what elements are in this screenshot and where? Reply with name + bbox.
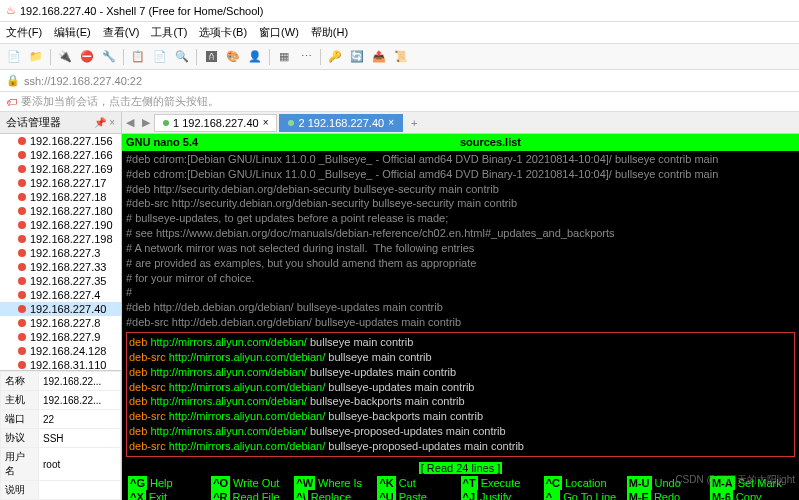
nano-version: GNU nano 5.4	[126, 135, 198, 150]
host-item[interactable]: 192.168.227.33	[0, 260, 121, 274]
host-status-icon	[18, 193, 26, 201]
layout-icon[interactable]: ▦	[276, 49, 292, 65]
host-status-icon	[18, 277, 26, 285]
terminal[interactable]: GNU nano 5.4 sources.list #deb cdrom:[De…	[122, 134, 799, 500]
paste-icon[interactable]: 📄	[152, 49, 168, 65]
close-icon[interactable]: ×	[263, 117, 269, 128]
tab-prev-icon[interactable]: ◀	[122, 116, 138, 129]
new-session-icon[interactable]: 📄	[6, 49, 22, 65]
shortcut-desc: Paste	[399, 490, 427, 500]
shortcut-desc: Redo	[654, 490, 680, 500]
more-icon[interactable]: ⋯	[298, 49, 314, 65]
script-icon[interactable]: 📜	[393, 49, 409, 65]
shortcut-key: ^G	[128, 476, 147, 491]
file-line: # are provided as examples, but you shou…	[126, 256, 795, 271]
status-dot-icon	[163, 120, 169, 126]
file-line: deb http://mirrors.aliyun.com/debian/ bu…	[129, 424, 792, 439]
host-label: 192.168.227.18	[30, 191, 106, 203]
search-icon[interactable]: 🔍	[174, 49, 190, 65]
shortcut-key: ^R	[211, 490, 229, 500]
shortcut-desc: Location	[565, 476, 607, 491]
shortcut-desc: Copy	[736, 490, 762, 500]
host-item[interactable]: 192.168.227.190	[0, 218, 121, 232]
host-status-icon	[18, 319, 26, 327]
key-icon[interactable]: 🔑	[327, 49, 343, 65]
menu-help[interactable]: 帮助(H)	[311, 25, 348, 40]
tab-session-2[interactable]: 2 192.168.227.40×	[279, 114, 402, 132]
menu-file[interactable]: 文件(F)	[6, 25, 42, 40]
properties-icon[interactable]: 🔧	[101, 49, 117, 65]
nano-spacer	[783, 135, 795, 150]
reconnect-icon[interactable]: 🔌	[57, 49, 73, 65]
watermark: CSDN @下雨天的太阳light	[675, 473, 795, 487]
toolbar-separator	[320, 49, 321, 65]
shortcut-item: ^\Replace	[294, 490, 377, 500]
host-item[interactable]: 192.168.227.198	[0, 232, 121, 246]
host-label: 192.168.227.17	[30, 177, 106, 189]
color-icon[interactable]: 🎨	[225, 49, 241, 65]
shortcut-desc: Help	[150, 476, 173, 491]
toolbar-separator	[123, 49, 124, 65]
prop-desc-val	[39, 481, 121, 500]
shortcut-key: ^J	[461, 490, 478, 500]
host-item[interactable]: 192.168.227.166	[0, 148, 121, 162]
host-label: 192.168.227.33	[30, 261, 106, 273]
menu-tools[interactable]: 工具(T)	[151, 25, 187, 40]
host-label: 192.168.227.35	[30, 275, 106, 287]
content-area: ◀ ▶ 1 192.168.227.40× 2 192.168.227.40× …	[122, 112, 799, 500]
menu-view[interactable]: 查看(V)	[103, 25, 140, 40]
menu-window[interactable]: 窗口(W)	[259, 25, 299, 40]
file-line: #deb cdrom:[Debian GNU/Linux 11.0.0 _Bul…	[126, 167, 795, 182]
host-item[interactable]: 192.168.227.169	[0, 162, 121, 176]
toolbar-separator	[50, 49, 51, 65]
tab-next-icon[interactable]: ▶	[138, 116, 154, 129]
host-item[interactable]: 192.168.227.18	[0, 190, 121, 204]
toolbar-separator	[269, 49, 270, 65]
menu-tab[interactable]: 选项卡(B)	[199, 25, 247, 40]
user-icon[interactable]: 👤	[247, 49, 263, 65]
file-line: # see https://www.debian.org/doc/manuals…	[126, 226, 795, 241]
shortcut-item: ^_Go To Line	[544, 490, 627, 500]
transfer-icon[interactable]: 📤	[371, 49, 387, 65]
host-item[interactable]: 192.168.227.180	[0, 204, 121, 218]
host-item[interactable]: 192.168.227.8	[0, 316, 121, 330]
tab-label: 2 192.168.227.40	[298, 117, 384, 129]
tab-label: 1 192.168.227.40	[173, 117, 259, 129]
host-item[interactable]: 192.168.227.40	[0, 302, 121, 316]
shortcut-key: M-E	[627, 490, 651, 500]
host-item[interactable]: 192.168.31.110	[0, 358, 121, 370]
terminal-body[interactable]: #deb cdrom:[Debian GNU/Linux 11.0.0 _Bul…	[122, 151, 799, 500]
prop-proto-val: SSH	[39, 429, 121, 448]
open-icon[interactable]: 📁	[28, 49, 44, 65]
host-item[interactable]: 192.168.227.35	[0, 274, 121, 288]
tab-session-1[interactable]: 1 192.168.227.40×	[154, 114, 277, 132]
menu-edit[interactable]: 编辑(E)	[54, 25, 91, 40]
host-item[interactable]: 192.168.227.156	[0, 134, 121, 148]
copy-icon[interactable]: 📋	[130, 49, 146, 65]
host-item[interactable]: 192.168.227.17	[0, 176, 121, 190]
host-status-icon	[18, 235, 26, 243]
prop-port-key: 端口	[1, 410, 39, 429]
highlighted-box: deb http://mirrors.aliyun.com/debian/ bu…	[126, 332, 795, 457]
properties-panel: 名称192.168.22... 主机192.168.22... 端口22 协议S…	[0, 370, 121, 500]
add-tab-button[interactable]: +	[405, 115, 423, 131]
file-line: #deb http://deb.debian.org/debian/ bulls…	[126, 300, 795, 315]
disconnect-icon[interactable]: ⛔	[79, 49, 95, 65]
sync-icon[interactable]: 🔄	[349, 49, 365, 65]
close-icon[interactable]: ×	[388, 117, 394, 128]
shortcut-key: ^W	[294, 476, 315, 491]
host-status-icon	[18, 151, 26, 159]
host-list[interactable]: 192.168.227.156192.168.227.166192.168.22…	[0, 134, 121, 370]
host-label: 192.168.227.156	[30, 135, 113, 147]
pin-icon[interactable]: 📌 ×	[94, 117, 115, 128]
host-item[interactable]: 192.168.227.9	[0, 330, 121, 344]
shortcut-key: ^O	[211, 476, 230, 491]
host-item[interactable]: 192.168.227.4	[0, 288, 121, 302]
address-bar[interactable]: 🔒 ssh://192.168.227.40:22	[0, 70, 799, 92]
shortcut-item: ^KCut	[377, 476, 460, 491]
nano-titlebar: GNU nano 5.4 sources.list	[122, 134, 799, 151]
host-item[interactable]: 192.168.227.3	[0, 246, 121, 260]
font-icon[interactable]: 🅰	[203, 49, 219, 65]
file-line: #deb-src http://security.debian.org/debi…	[126, 196, 795, 211]
host-item[interactable]: 192.168.24.128	[0, 344, 121, 358]
